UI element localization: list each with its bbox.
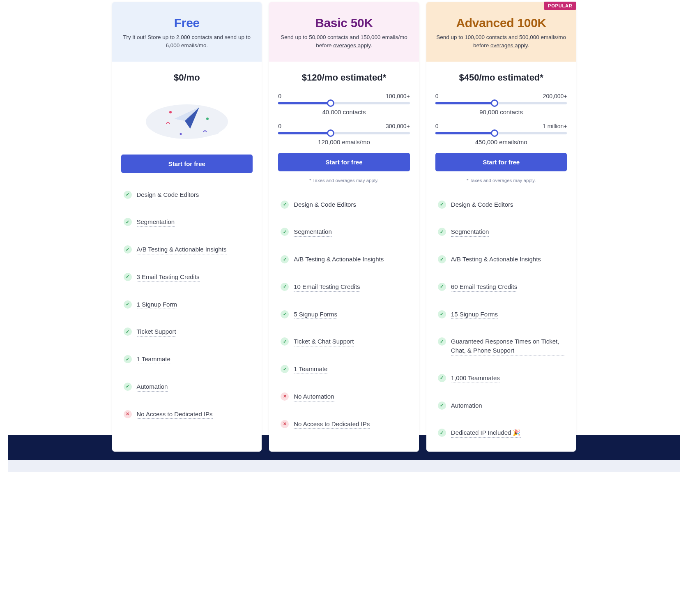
emails-slider: 0 1 million+ 450,000 emails/mo [435,123,567,145]
feature-label: Dedicated IP Included 🎉 [451,428,521,438]
feature-row: ✕No Access to Dedicated IPs [281,420,407,429]
slider-min: 0 [278,93,281,99]
check-icon: ✓ [281,255,289,263]
check-icon: ✓ [281,228,289,236]
start-free-button[interactable]: Start for free [121,155,253,173]
feature-row: ✓Design & Code Editors [124,190,251,200]
plan-body: $120/mo estimated* 0 100,000+ 40,000 con… [269,62,419,191]
slider-value: 90,000 contacts [435,108,567,115]
slider-thumb[interactable] [327,99,334,107]
slider-track[interactable] [278,102,410,104]
cross-icon: ✕ [281,420,289,428]
slider-thumb[interactable] [491,129,498,137]
check-icon: ✓ [281,337,289,346]
slider-thumb[interactable] [491,99,498,107]
feature-row: ✓1 Teammate [124,355,251,364]
plan-illustration [121,93,253,146]
feature-label: 3 Email Testing Credits [137,272,200,282]
slider-track[interactable] [435,102,567,104]
check-icon: ✓ [438,310,446,318]
feature-row: ✓15 Signup Forms [438,310,565,319]
check-icon: ✓ [281,310,289,318]
slider-min: 0 [435,93,439,99]
plan-body: $0/mo Start for free [112,62,262,181]
check-icon: ✓ [124,218,132,226]
slider-thumb[interactable] [327,129,334,137]
check-icon: ✓ [438,374,446,382]
start-free-button[interactable]: Start for free [435,153,567,171]
tax-note: * Taxes and overages may apply. [435,178,567,183]
overages-link[interactable]: overages apply [490,42,528,48]
check-icon: ✓ [438,429,446,437]
check-icon: ✓ [438,401,446,410]
feature-label: 5 Signup Forms [294,310,337,319]
feature-label: Guaranteed Response Times on Ticket, Cha… [451,337,565,355]
feature-label: Ticket & Chat Support [294,337,354,346]
overages-link[interactable]: overages apply [333,42,370,48]
contacts-slider: 0 100,000+ 40,000 contacts [278,93,410,115]
slider-value: 450,000 emails/mo [435,138,567,145]
feature-label: Design & Code Editors [451,200,513,210]
feature-row: ✓Segmentation [281,227,407,237]
start-free-button[interactable]: Start for free [278,153,410,171]
slider-value: 40,000 contacts [278,108,410,115]
slider-fill [278,102,331,104]
feature-row: ✓Segmentation [438,227,565,237]
plan-price: $120/mo estimated* [278,72,410,83]
slider-max: 200,000+ [543,93,567,99]
feature-row: ✓Automation [124,382,251,392]
slider-max: 300,000+ [386,123,410,129]
feature-label: 60 Email Testing Credits [451,282,517,292]
check-icon: ✓ [438,337,446,346]
plan-title: Basic 50K [279,16,409,30]
plan-subtitle: Send up to 50,000 contacts and 150,000 e… [279,33,409,50]
feature-row: ✓Design & Code Editors [281,200,407,210]
svg-point-2 [207,127,220,135]
tax-note: * Taxes and overages may apply. [278,178,410,183]
feature-label: A/B Testing & Actionable Insights [451,255,541,264]
feature-row: ✓Ticket Support [124,327,251,337]
svg-point-8 [179,133,182,135]
plan-body: $450/mo estimated* 0 200,000+ 90,000 con… [426,62,576,191]
plan-card-basic: Basic 50K Send up to 50,000 contacts and… [269,2,419,452]
feature-row: ✓Dedicated IP Included 🎉 [438,428,565,438]
svg-point-6 [169,111,172,113]
slider-track[interactable] [278,132,410,134]
check-icon: ✓ [124,273,132,281]
slider-fill [435,132,495,134]
cross-icon: ✕ [281,392,289,401]
feature-label: 10 Email Testing Credits [294,282,360,292]
feature-row: ✓Ticket & Chat Support [281,337,407,346]
plan-subtitle: Try it out! Store up to 2,000 contacts a… [122,33,252,50]
feature-list: ✓Design & Code Editors✓Segmentation✓A/B … [269,191,419,443]
plan-title: Advanced 100K [436,16,566,30]
feature-row: ✓10 Email Testing Credits [281,282,407,292]
check-icon: ✓ [281,201,289,209]
feature-label: Segmentation [451,227,489,237]
feature-row: ✓5 Signup Forms [281,310,407,319]
feature-row: ✓1,000 Teammates [438,374,565,383]
check-icon: ✓ [124,328,132,336]
feature-row: ✓Automation [438,401,565,411]
slider-track[interactable] [435,132,567,134]
feature-label: Automation [137,382,168,392]
feature-label: 1,000 Teammates [451,374,500,383]
plan-price: $0/mo [121,72,253,83]
feature-label: 1 Teammate [294,365,327,374]
feature-list: ✓Design & Code Editors✓Segmentation✓A/B … [426,191,576,452]
plan-header: Free Try it out! Store up to 2,000 conta… [112,2,262,62]
contacts-slider: 0 200,000+ 90,000 contacts [435,93,567,115]
check-icon: ✓ [438,228,446,236]
feature-row: ✓3 Email Testing Credits [124,272,251,282]
slider-max: 1 million+ [543,123,567,129]
check-icon: ✓ [438,283,446,291]
check-icon: ✓ [124,245,132,254]
feature-row: ✓Design & Code Editors [438,200,565,210]
feature-row: ✓A/B Testing & Actionable Insights [281,255,407,264]
feature-row: ✓Segmentation [124,217,251,227]
subtitle-text: . [528,42,529,48]
plan-card-advanced: POPULAR Advanced 100K Send up to 100,000… [426,2,576,452]
cross-icon: ✕ [124,410,132,418]
feature-label: Design & Code Editors [294,200,356,210]
feature-row: ✓1 Signup Form [124,300,251,309]
